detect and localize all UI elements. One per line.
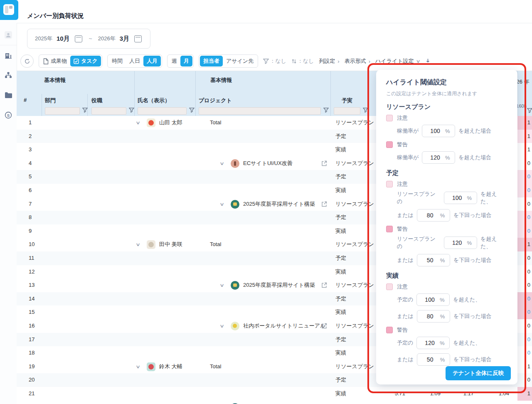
threshold-checkbox[interactable] bbox=[386, 181, 393, 187]
row-number: 10 bbox=[29, 238, 34, 251]
sidebar-item-company[interactable] bbox=[0, 45, 17, 65]
task-button[interactable]: タスク bbox=[70, 56, 101, 67]
period-toggle: 週 月 bbox=[167, 54, 194, 68]
sort-status[interactable]: ：なし bbox=[291, 57, 314, 65]
threshold-percent-input[interactable] bbox=[422, 356, 438, 363]
yojitsu-label: 実績 bbox=[335, 224, 346, 238]
row-number: 21 bbox=[29, 387, 34, 401]
percent-unit: % bbox=[440, 357, 445, 363]
threshold-percent-input[interactable] bbox=[449, 194, 465, 202]
unit-toggle: 時間 人日 人月 bbox=[107, 54, 162, 68]
threshold-input-box: % bbox=[417, 254, 450, 266]
sidebar-item-billing[interactable]: S bbox=[0, 105, 17, 125]
external-link-icon[interactable] bbox=[321, 282, 327, 288]
building-icon bbox=[5, 52, 12, 59]
edge-value-cell: 0 bbox=[517, 305, 532, 319]
threshold-percent-input[interactable] bbox=[422, 339, 438, 347]
calendar-icon[interactable] bbox=[134, 35, 142, 42]
column-filter-input[interactable] bbox=[91, 107, 126, 115]
threshold-checkbox[interactable] bbox=[386, 226, 393, 232]
threshold-percent-input[interactable] bbox=[422, 296, 438, 303]
threshold-checkbox[interactable] bbox=[386, 141, 393, 148]
funnel-icon[interactable] bbox=[323, 108, 329, 113]
col-header-name: 氏名（表示） bbox=[138, 97, 170, 104]
funnel-icon[interactable] bbox=[363, 108, 368, 113]
filter-status[interactable]: ：なし bbox=[263, 57, 286, 65]
checkbox-check-icon bbox=[74, 59, 79, 64]
yojitsu-label: リソースプラン bbox=[335, 278, 374, 292]
rule-suffix: を下回った場合 bbox=[453, 313, 492, 320]
row-expand-chevron-icon[interactable]: ∨ bbox=[219, 197, 224, 211]
external-link-icon[interactable] bbox=[321, 160, 327, 166]
project-name: 社内ポータルサイトリニューアル bbox=[243, 319, 325, 333]
download-icon bbox=[425, 58, 431, 64]
target-person-button[interactable]: 担当者 bbox=[200, 56, 223, 67]
row-number: 9 bbox=[29, 224, 32, 238]
member-avatar bbox=[147, 240, 155, 249]
threshold-checkbox[interactable] bbox=[386, 283, 393, 290]
start-year-label[interactable]: 2025年 bbox=[35, 35, 52, 42]
edge-value-cell: 0 bbox=[517, 333, 532, 347]
column-filter-input[interactable] bbox=[138, 107, 187, 115]
funnel-icon[interactable] bbox=[129, 108, 134, 113]
sidebar-item-projects[interactable] bbox=[0, 85, 17, 105]
threshold-percent-input[interactable] bbox=[427, 127, 443, 135]
sidebar-item-org-chart[interactable] bbox=[0, 65, 17, 85]
rule-suffix: を下回った場合 bbox=[453, 356, 492, 363]
threshold-level-label: 注意 bbox=[397, 283, 408, 291]
funnel-icon[interactable] bbox=[189, 108, 195, 113]
artifact-button[interactable]: 成果物 bbox=[40, 56, 70, 67]
threshold-rule-line: または%を下回った場合 bbox=[397, 209, 507, 222]
threshold-level-label: 警告 bbox=[397, 141, 408, 148]
sidebar-item-user[interactable] bbox=[0, 25, 17, 45]
refresh-button[interactable] bbox=[20, 54, 34, 68]
threshold-percent-input[interactable] bbox=[427, 154, 443, 161]
row-expand-chevron-icon[interactable]: ∨ bbox=[135, 360, 140, 374]
row-expand-chevron-icon[interactable]: ∨ bbox=[135, 116, 140, 130]
app-logo[interactable] bbox=[0, 0, 18, 20]
period-month-button[interactable]: 月 bbox=[180, 56, 192, 67]
artifact-task-toggle: 成果物 タスク bbox=[39, 54, 102, 68]
end-month-select[interactable]: 3月 bbox=[120, 35, 129, 43]
start-month-select[interactable]: 10月 bbox=[57, 35, 70, 43]
row-expand-chevron-icon[interactable]: ∨ bbox=[219, 278, 224, 292]
funnel-icon[interactable] bbox=[527, 108, 532, 113]
column-filter-input[interactable] bbox=[334, 107, 360, 115]
download-button[interactable] bbox=[425, 58, 431, 64]
column-filter-input[interactable] bbox=[45, 107, 80, 115]
threshold-percent-input[interactable] bbox=[449, 239, 465, 246]
target-assignee-button[interactable]: アサイン先 bbox=[223, 56, 257, 67]
threshold-checkbox[interactable] bbox=[386, 115, 393, 121]
percent-unit: % bbox=[440, 313, 445, 320]
unit-person-day-button[interactable]: 人日 bbox=[126, 56, 143, 67]
period-week-button[interactable]: 週 bbox=[168, 56, 180, 67]
unit-person-month-button[interactable]: 人月 bbox=[143, 56, 161, 67]
highlight-settings-menu[interactable]: ハイライト設定∨ bbox=[375, 57, 420, 65]
percent-unit: % bbox=[440, 297, 445, 303]
external-link-icon[interactable] bbox=[321, 323, 327, 329]
threshold-percent-input[interactable] bbox=[422, 212, 438, 219]
month-value-cell: 1.04 bbox=[484, 387, 509, 401]
rule-prefix: 稼働率が bbox=[397, 127, 419, 135]
threshold-checkbox[interactable] bbox=[386, 327, 393, 333]
threshold-percent-input[interactable] bbox=[422, 313, 438, 320]
display-format-menu[interactable]: 表示形式› bbox=[345, 57, 370, 65]
row-expand-chevron-icon[interactable]: ∨ bbox=[219, 319, 224, 333]
unit-hour-button[interactable]: 時間 bbox=[108, 56, 126, 67]
column-filter-input[interactable] bbox=[199, 107, 321, 115]
calendar-icon[interactable] bbox=[75, 35, 82, 42]
yojitsu-label: 実績 bbox=[335, 346, 346, 360]
yojitsu-label: 予定 bbox=[335, 170, 346, 184]
row-expand-chevron-icon[interactable]: ∨ bbox=[219, 157, 224, 170]
apply-tenant-button[interactable]: テナント全体に反映 bbox=[446, 366, 511, 380]
project-total-label: Total bbox=[210, 238, 221, 251]
external-link-icon[interactable] bbox=[321, 201, 327, 207]
row-expand-chevron-icon[interactable]: ∨ bbox=[135, 238, 140, 251]
column-settings-menu[interactable]: 列設定› bbox=[319, 57, 339, 65]
end-year-label[interactable]: 2026年 bbox=[98, 35, 116, 42]
funnel-icon[interactable] bbox=[82, 108, 88, 113]
month-value-cell: 5.71 bbox=[380, 387, 405, 401]
row-number: 16 bbox=[29, 319, 34, 333]
edge-value-cell: 1 bbox=[517, 130, 532, 143]
threshold-percent-input[interactable] bbox=[422, 256, 438, 264]
